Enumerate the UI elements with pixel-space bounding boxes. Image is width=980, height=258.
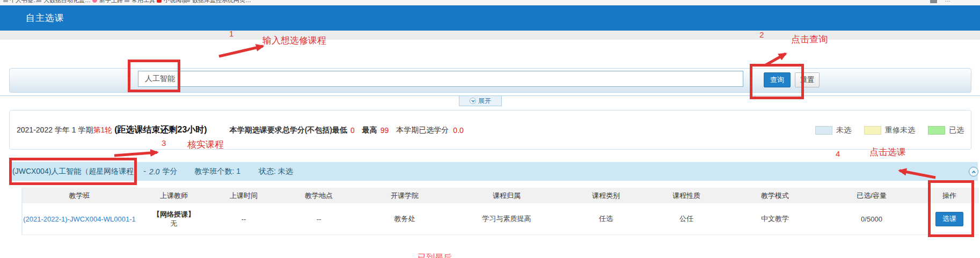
college-cell: 教务处 [362, 203, 448, 235]
monitor-icon [930, 0, 937, 3]
nature-cell: 公任 [646, 203, 727, 235]
capacity-cell: 0/5000 [823, 203, 920, 235]
course-search-input[interactable] [138, 71, 743, 87]
col-header-category: 课程类别 [566, 188, 646, 203]
selected-credits-label: 本学期已选学分 [396, 126, 449, 135]
selected-credits-value: 0.0 [453, 126, 463, 135]
chevron-down-circle-icon [470, 98, 476, 104]
bookmark-item[interactable]: 常用工具 [131, 0, 155, 4]
legend-item: 未选 [815, 126, 851, 135]
col-header-teacher: 上课教师 [136, 188, 211, 203]
affiliation-cell: 学习与素质提高 [448, 203, 566, 235]
credit-max-label: 最高 [362, 126, 377, 135]
select-course-button[interactable]: 选课 [935, 212, 963, 226]
course-title: (JWCX004)人工智能（超星网络课程） - [12, 167, 146, 176]
col-header-mode: 教学模式 [727, 188, 823, 203]
col-header-affiliation: 课程归属 [448, 188, 566, 203]
category-cell: 任选 [566, 203, 646, 235]
countdown-label: (距选课结束还剩23小时) [114, 124, 207, 136]
teaching-class-table: 教学班 上课教师 上课时间 教学地点 开课学院 课程归属 课程类别 课程性质 教… [23, 188, 979, 235]
annotation-arrow-3 [114, 152, 157, 156]
folder-icon [185, 0, 190, 2]
term-label: 2021-2022 学年 1 学期 [17, 126, 93, 135]
legend-label: 已选 [949, 126, 964, 135]
course-credits-value: 2.0 [149, 167, 159, 176]
legend-item: 已选 [928, 126, 964, 135]
class-code-link[interactable]: (2021-2022-1)-JWCX004-WL0001-1 [23, 215, 136, 223]
teacher-name: 无 [137, 219, 211, 228]
site-dot-icon [92, 0, 97, 3]
folder-icon [3, 0, 8, 2]
expand-tab[interactable]: 展开 [459, 96, 502, 106]
col-header-time: 上课时间 [211, 188, 276, 203]
bookmark-item[interactable]: 个人书签… [10, 0, 39, 4]
semester-panel: 2021-2022 学年 1 学期 第1轮 (距选课结束还剩23小时) 本学期选… [9, 110, 971, 150]
collapse-chevron-up-icon[interactable] [969, 167, 978, 176]
teacher-tag: 【网络授课】 [137, 210, 211, 219]
legend-item: 重修未选 [864, 126, 915, 135]
legend-label: 重修未选 [885, 126, 915, 135]
col-header-capacity: 已选/容量 [823, 188, 920, 203]
bookmarks-bar: 个人书签… 大数据自动化监… 新手上路 常用工具 小说阅读 数据库监控系统网页…… [0, 0, 980, 5]
folder-icon [125, 0, 129, 2]
legend-swatch-retake [864, 126, 881, 135]
col-header-action: 操作 [920, 188, 979, 203]
class-time-cell: -- [211, 203, 276, 235]
course-credits-unit: 学分 [162, 167, 177, 176]
site-square-icon [157, 0, 162, 3]
course-status-label: 状态: 未选 [259, 167, 293, 176]
status-legend: 未选 重修未选 已选 [815, 126, 964, 135]
legend-swatch-selected [928, 126, 945, 135]
subheader-strip [0, 31, 980, 40]
course-header-bar: (JWCX004)人工智能（超星网络课程） - 2.0 学分 教学班个数: 1 … [9, 162, 978, 181]
table-header-row: 教学班 上课教师 上课时间 教学地点 开课学院 课程归属 课程类别 课程性质 教… [23, 188, 979, 203]
expand-label: 展开 [478, 97, 491, 106]
mode-cell: 中文教学 [727, 203, 823, 235]
query-button[interactable]: 查询 [764, 72, 791, 87]
credit-max-value: 99 [381, 126, 389, 135]
col-header-college: 开课学院 [362, 188, 448, 203]
bookmark-item[interactable]: 大数据自动化监… [43, 0, 91, 4]
credit-min-value: 0 [350, 126, 355, 135]
page-title: 自主选课 [26, 5, 64, 31]
col-header-class: 教学班 [23, 188, 136, 203]
col-header-nature: 课程性质 [646, 188, 727, 203]
class-count-label: 教学班个数: 1 [194, 167, 240, 176]
end-of-list-note: 已到最后… [418, 253, 460, 258]
annotation-arrow-1 [219, 46, 263, 56]
bookmark-item[interactable]: 小说阅读 [164, 0, 187, 4]
annotation-arrow-2 [766, 54, 786, 65]
table-row: (2021-2022-1)-JWCX004-WL0001-1 【网络授课】 无 … [23, 203, 979, 235]
app-header: 自主选课 [0, 5, 980, 31]
course-selection-page: 个人书签… 大数据自动化监… 新手上路 常用工具 小说阅读 数据库监控系统网页…… [0, 0, 980, 258]
class-place-cell: -- [276, 203, 362, 235]
annotation-step-number-4: 4 [836, 149, 840, 158]
semester-info-row: 2021-2022 学年 1 学期 第1轮 (距选课结束还剩23小时) 本学期选… [17, 124, 964, 136]
reset-button[interactable]: 重置 [795, 72, 820, 87]
bookmark-item[interactable]: 新手上路 [99, 0, 123, 4]
bookmark-item[interactable]: 数据库监控系统网页… [192, 0, 251, 4]
folder-icon [36, 0, 41, 2]
legend-swatch-unselected [815, 126, 832, 135]
col-header-place: 教学地点 [276, 188, 362, 203]
legend-label: 未选 [836, 126, 851, 135]
bookmarks-overflow[interactable]: … [945, 0, 950, 3]
round-label: 第1轮 [93, 126, 112, 135]
credit-requirement-label: 本学期选课要求总学分(不包括)最低 [230, 126, 347, 135]
course-detail-section: 教学班 上课教师 上课时间 教学地点 开课学院 课程归属 课程类别 课程性质 教… [21, 188, 979, 235]
